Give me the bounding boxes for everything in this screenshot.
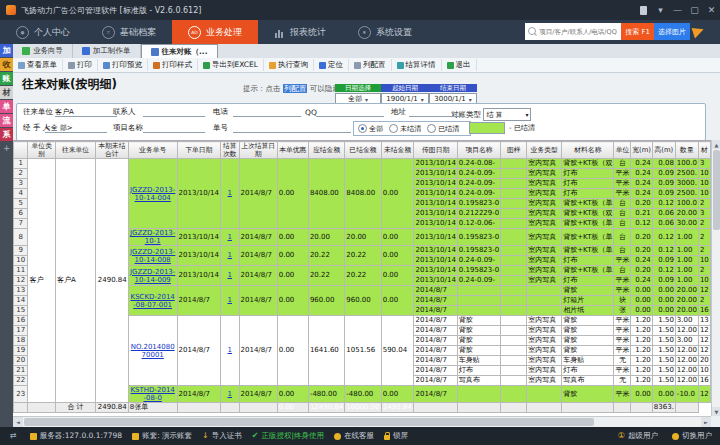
sidebar-tab-流[interactable]: 流 [0,114,13,127]
sidebar-tab-收[interactable]: 收 [0,58,13,71]
header-数量[interactable]: 数量 [675,142,698,159]
header-单位[interactable]: 单位 [614,142,631,159]
status-导入证书[interactable]: ↓导入证书 [202,431,242,441]
sidebar-tab-加[interactable]: 加 [0,44,13,57]
cell-paid-amount: 20.22 [345,266,381,286]
search-button[interactable]: 搜索 F1 [621,23,654,40]
scroll-right-icon[interactable]: ► [701,417,711,427]
header-本期未结合计[interactable]: 本期未结合计 [95,142,128,159]
header-结算次数[interactable]: 结算次数 [220,142,239,159]
filter-input-往来单位[interactable]: 客户A [55,107,117,117]
menu-item-报表统计[interactable]: 报表统计 [258,20,342,44]
header-传图日期[interactable]: 传图日期 [414,142,457,159]
order-no-link[interactable]: KSCKD-2014-08-07-001 [131,293,175,309]
header-上次结算日期[interactable]: 上次结算日期 [239,142,277,159]
settle-times-link[interactable]: 1 [228,189,232,197]
tool-查看原单[interactable]: 查看原单 [13,59,63,71]
header-已结金额[interactable]: 已结金额 [345,142,381,159]
menu-item-系统设置[interactable]: ✱系统设置 [342,20,428,44]
scroll-up-icon[interactable]: ▲ [712,140,720,149]
hint-column-config-link[interactable]: 列配置 [283,84,308,93]
tab-业务向导[interactable]: 业务向导 [13,44,73,58]
header-往来单位[interactable]: 往来单位 [56,142,96,159]
tool-退出[interactable]: 退出 [442,59,477,71]
order-no-link[interactable]: JGZZD-2013-10-14-004 [130,186,175,202]
header-材料名称[interactable]: 材料名称 [562,142,614,159]
filter-input-QQ[interactable] [316,107,384,117]
menu-item-个人中心[interactable]: ●个人中心 [0,20,86,44]
sidebar-tab-单[interactable]: 单 [0,100,13,113]
header-单位类别[interactable]: 单位类别 [28,142,56,159]
horizontal-scroll-thumb[interactable] [24,418,594,426]
header-项目名称[interactable]: 项目名称 [457,142,500,159]
tool-结算详情[interactable]: 结算详情 [392,59,442,71]
status-在线客服[interactable]: 在线客服 [334,431,374,441]
sidebar-tab-系[interactable]: 系 [0,128,13,141]
order-no-link[interactable]: JGZZD-2013-10-14-008 [130,248,175,264]
filter-input-联系人[interactable] [143,107,205,117]
sidebar-tab-材[interactable]: 材 [0,86,13,99]
header-业务单号[interactable]: 业务单号 [128,142,177,159]
reconcile-type-dropdown[interactable]: 结 算 ▾ [483,108,531,121]
tool-导出到EXCEL[interactable]: 导出到EXCEL [198,59,264,71]
order-no-link[interactable]: JGZZD-2013-10-14-009 [130,268,175,284]
status-超级用户[interactable]: ①超级用户 [618,431,658,441]
horizontal-scrollbar[interactable]: ◄ ► [13,416,711,427]
header-未结金额[interactable]: 未结金额 [381,142,414,159]
caret-down-icon[interactable]: ▾ [652,3,669,17]
vertical-scroll-thumb[interactable] [713,150,720,230]
header-宽(m)[interactable]: 宽(m) [631,142,652,159]
filter-input-地址[interactable] [409,107,465,117]
skin-icon[interactable] [640,6,647,15]
close-button[interactable]: ✕ [703,3,720,17]
menu-item-业务处理[interactable]: AD业务处理 [172,20,258,44]
status-切换用户[interactable]: 切换用户 [672,431,712,441]
header-图样[interactable]: 图样 [501,142,527,159]
header-下单日期[interactable]: 下单日期 [177,142,220,159]
tab-加工制作单[interactable]: 加工制作单 [73,44,141,58]
filter-input-项目名称[interactable] [143,123,205,133]
status-锁屏[interactable]: 锁屏 [384,431,408,441]
vertical-scrollbar[interactable]: ▲ ▼ [711,140,720,416]
filter-input-单号[interactable] [233,123,351,133]
tool-打印[interactable]: 打印 [63,59,98,71]
date-select-header: 日期选择 [335,84,381,92]
settle-times-link[interactable]: 1 [228,251,232,259]
radio-未结清[interactable]: 未结清 [389,124,421,134]
order-no-link[interactable]: JGZZD-2013-10-1 [130,229,175,245]
settle-times-link[interactable]: 1 [228,390,232,398]
sidebar-tab-账[interactable]: 账 [0,72,13,85]
filter-input-经手人[interactable]: <全 部> [45,123,107,133]
header-高(m)[interactable]: 高(m) [652,142,675,159]
menu-item-label: 业务处理 [206,26,242,39]
header-应结金额[interactable]: 应结金额 [308,142,344,159]
scroll-down-icon[interactable]: ▼ [712,407,720,416]
search-input[interactable] [525,23,621,40]
radio-已结清[interactable]: 已结清 [427,124,459,134]
cell-business-type: 室内写真 [527,246,562,256]
header-业务类型[interactable]: 业务类型 [527,142,562,159]
minimize-button[interactable]: — [669,3,686,17]
scroll-left-icon[interactable]: ◄ [13,417,23,427]
sidebar-tab-+[interactable]: + [0,142,13,155]
tool-执行查询[interactable]: 执行查询 [264,59,314,71]
tool-列配置[interactable]: 列配置 [349,59,392,71]
tab-往来对账（...[interactable]: 往来对账（... [141,44,218,58]
order-no-link[interactable]: NO.201408070001 [131,343,175,359]
settle-times-link[interactable]: 1 [228,233,232,241]
pick-image-button[interactable]: 选择图片 [654,23,690,40]
order-no-link[interactable]: KSTHD-2014-08-0 [131,386,175,402]
settle-times-link[interactable]: 1 [228,296,232,304]
menu-item-基础档案[interactable]: ≡基础档案 [86,20,172,44]
maximize-button[interactable]: ▢ [686,3,703,17]
filter-input-电话[interactable] [233,107,301,117]
header-本单优惠[interactable]: 本单优惠 [277,142,308,159]
settle-times-link[interactable]: 1 [228,271,232,279]
radio-全部[interactable]: 全部 [358,124,383,134]
tool-定位[interactable]: 定位 [314,59,349,71]
header-材[interactable]: 材 [698,142,710,159]
settle-times-link[interactable]: 1 [228,346,232,354]
tool-打印预览[interactable]: 打印预览 [98,59,148,71]
tool-打印样式[interactable]: 打印样式 [148,59,198,71]
paper-plane-icon[interactable] [692,25,706,39]
